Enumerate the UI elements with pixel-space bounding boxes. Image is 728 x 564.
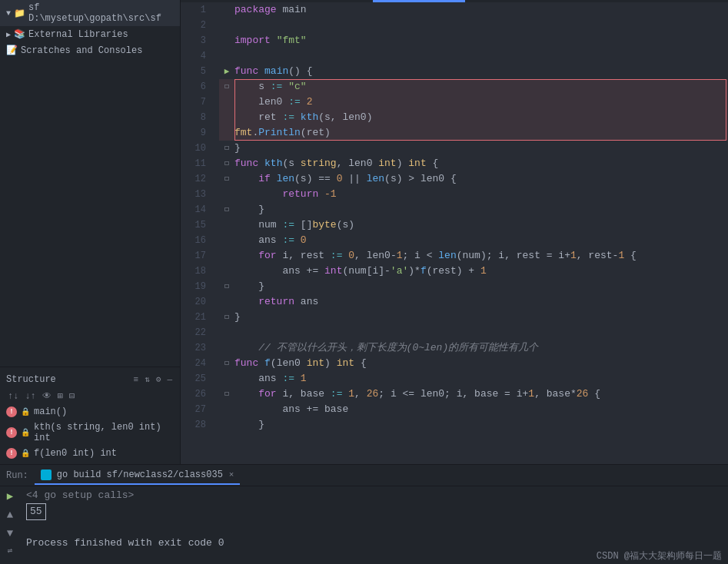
token: )* (408, 265, 421, 277)
code-lines[interactable]: package mainimport "fmt"▶func main() {◻ … (215, 2, 728, 464)
code-tokens-3: import "fmt" (234, 33, 307, 48)
code-line-7[interactable]: len0 := 2 (219, 95, 728, 110)
run-scroll-up-btn[interactable]: ▲ (7, 509, 13, 521)
fold-indicator-26[interactable]: ◻ (224, 387, 229, 402)
structure-item-kth[interactable]: ! 🔒 kth(s string, len0 int) int (0, 420, 180, 446)
token: return (258, 296, 294, 307)
code-line-20[interactable]: return ans (219, 294, 728, 310)
token: "fmt" (277, 35, 307, 46)
code-line-26[interactable]: ◻ for i, base := 1, 26; i <= len0; i, ba… (219, 387, 728, 402)
gutter-24: ◻ (219, 356, 234, 371)
code-line-2[interactable] (219, 18, 728, 33)
expand-all-icon[interactable]: ⊞ (56, 390, 65, 403)
run-scroll-down-btn[interactable]: ▼ (7, 527, 13, 539)
run-tab-build[interactable]: go build sf/newclass2/class035 × (35, 466, 241, 485)
code-tokens-17: for i, rest := 0, len0-1; i < len(num); … (234, 248, 637, 264)
code-line-23[interactable]: // 不管以什么开头，剩下长度为(0~len)的所有可能性有几个 (219, 340, 728, 356)
code-line-15[interactable]: num := []byte(s) (219, 217, 728, 233)
code-line-21[interactable]: ◻} (219, 310, 728, 325)
code-line-27[interactable]: ans += base (219, 402, 728, 417)
token: int (307, 357, 324, 369)
code-line-9[interactable]: fmt.Println(ret) (219, 125, 728, 141)
structure-settings-icon[interactable]: ⚙ (155, 373, 163, 385)
fold-indicator-6[interactable]: ◻ (224, 79, 229, 95)
code-line-19[interactable]: ◻ } (219, 279, 728, 294)
gutter-14: ◻ (219, 202, 234, 217)
structure-sort-alpha-btn[interactable]: ≡ (132, 374, 141, 385)
sort-asc-icon[interactable]: ↑↓ (6, 390, 20, 403)
token: { (354, 357, 367, 369)
token: ans (234, 234, 282, 246)
code-tokens-19: } (234, 279, 264, 294)
token: (num); i, rest = i+ (457, 250, 570, 261)
collapse-all-icon[interactable]: ⊟ (68, 390, 76, 403)
code-line-16[interactable]: ans := 0 (219, 233, 728, 248)
token: int (324, 265, 342, 277)
code-line-11[interactable]: ◻func kth(s string, len0 int) int { (219, 156, 728, 171)
token: func (234, 158, 258, 169)
code-line-22[interactable] (219, 325, 728, 340)
code-line-1[interactable]: package main (219, 2, 728, 18)
token: 26 (367, 388, 379, 400)
token: } (234, 142, 241, 154)
code-line-5[interactable]: ▶func main() { (219, 64, 728, 79)
code-line-12[interactable]: ◻ if len(s) == 0 || len(s) > len0 { (219, 171, 728, 187)
structure-header: Structure ≡ ⇅ ⚙ — (0, 370, 180, 388)
go-icon (41, 469, 52, 480)
line-numbers: 1234567891011121314151617181920212223242… (181, 2, 215, 464)
sidebar-item-sf[interactable]: ▼ 📁 sf D:\mysetup\gopath\src\sf (0, 0, 180, 26)
fold-indicator-10[interactable]: ◻ (224, 141, 229, 156)
token: , len0- (354, 250, 397, 261)
code-line-25[interactable]: ans := 1 (219, 371, 728, 387)
code-line-10[interactable]: ◻} (219, 141, 728, 156)
token: ; i <= len0; i, base = i+ (378, 388, 528, 400)
scratches-icon: 📝 (6, 45, 18, 56)
run-gutter-arrow-5[interactable]: ▶ (224, 64, 230, 79)
visibility-icon[interactable]: 👁 (41, 390, 53, 403)
structure-item-main[interactable]: ! 🔒 main() (0, 404, 180, 420)
code-line-3[interactable]: import "fmt" (219, 33, 728, 48)
token: 26 (577, 388, 589, 400)
fold-indicator-14[interactable]: ◻ (224, 202, 229, 217)
run-play-btn[interactable]: ▶ (7, 489, 13, 503)
line-number-17: 17 (184, 248, 206, 264)
token: } (234, 311, 241, 323)
structure-f-label: f(len0 int) int (34, 448, 117, 459)
code-line-13[interactable]: return -1 (219, 187, 728, 202)
code-line-28[interactable]: } (219, 417, 728, 433)
token: "c" (288, 81, 306, 92)
fold-indicator-24[interactable]: ◻ (224, 356, 229, 371)
token (234, 296, 258, 307)
token: s (234, 81, 271, 92)
run-output: <4 go setup calls> 55 Process finished w… (20, 486, 728, 548)
token: func (234, 357, 258, 369)
code-tokens-26: for i, base := 1, 26; i <= len0; i, base… (234, 387, 600, 402)
fold-indicator-19[interactable]: ◻ (224, 279, 229, 294)
line-number-1: 1 (184, 2, 206, 18)
run-wrap-btn[interactable]: ⇌ (8, 546, 13, 556)
line-number-22: 22 (184, 325, 206, 340)
code-line-4[interactable] (219, 48, 728, 64)
sidebar-item-scratches[interactable]: 📝 Scratches and Consoles (0, 42, 180, 58)
code-line-24[interactable]: ◻func f(len0 int) int { (219, 356, 728, 371)
token (271, 35, 277, 46)
sidebar-item-external-libraries[interactable]: ▶ 📚 External Libraries (0, 26, 180, 42)
sort-desc-icon[interactable]: ↓↑ (23, 390, 37, 403)
fold-indicator-11[interactable]: ◻ (224, 156, 229, 171)
code-line-17[interactable]: for i, rest := 0, len0-1; i < len(num); … (219, 248, 728, 264)
code-line-18[interactable]: ans += int(num[i]-'a')*f(rest) + 1 (219, 264, 728, 279)
code-line-6[interactable]: ◻ s := "c" (219, 79, 728, 95)
code-line-14[interactable]: ◻ } (219, 202, 728, 217)
structure-sort-btn2[interactable]: ⇅ (143, 373, 151, 385)
token: len (277, 173, 294, 184)
token: -1 (324, 188, 337, 200)
token: fmt (234, 127, 252, 138)
fold-indicator-21[interactable]: ◻ (224, 310, 229, 325)
structure-item-f[interactable]: ! 🔒 f(len0 int) int (0, 446, 180, 461)
fold-indicator-12[interactable]: ◻ (224, 171, 229, 187)
token (318, 188, 324, 200)
structure-close-btn[interactable]: — (165, 374, 174, 385)
code-line-8[interactable]: ret := kth(s, len0) (219, 110, 728, 125)
run-tab-close-btn[interactable]: × (229, 470, 234, 479)
token: // 不管以什么开头，剩下长度为(0~len)的所有可能性有几个 (234, 342, 538, 353)
